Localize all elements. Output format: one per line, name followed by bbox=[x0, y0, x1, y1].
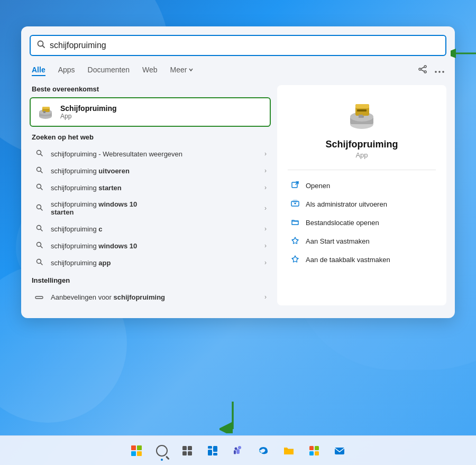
tabs-bar: Alle Apps Documenten Web Meer bbox=[30, 64, 446, 77]
svg-rect-44 bbox=[293, 200, 297, 203]
svg-rect-53 bbox=[208, 450, 212, 455]
action-pin-taskbar[interactable]: Aan de taakbalk vastmaken bbox=[288, 250, 436, 269]
app-big-icon bbox=[345, 98, 379, 134]
search-icon-sm-2 bbox=[34, 166, 44, 175]
tab-meer[interactable]: Meer bbox=[170, 66, 194, 76]
search-icon-sm-3 bbox=[34, 183, 44, 192]
result-text-4: schijfopruiming windows 10starten bbox=[51, 200, 258, 216]
arrow-down-annotation bbox=[219, 402, 246, 435]
best-match-item[interactable]: Schijfopruiming App bbox=[30, 97, 271, 127]
taskbar-explorer[interactable] bbox=[277, 439, 300, 462]
chevron-icon-4: › bbox=[264, 204, 267, 212]
action-open[interactable]: Openen bbox=[288, 176, 436, 195]
web-result-7[interactable]: schijfopruiming app › bbox=[30, 254, 271, 271]
taskbar-store[interactable] bbox=[303, 439, 326, 462]
svg-rect-54 bbox=[213, 446, 217, 452]
folder-icon bbox=[290, 218, 300, 228]
svg-line-29 bbox=[40, 246, 42, 248]
web-result-5[interactable]: schijfopruiming c › bbox=[30, 220, 271, 237]
svg-point-6 bbox=[419, 68, 421, 70]
taskbar-search[interactable] bbox=[150, 439, 173, 462]
tabs-right-icons bbox=[418, 64, 444, 77]
tab-web[interactable]: Web bbox=[142, 66, 158, 76]
left-panel: Beste overeenkomst bbox=[30, 85, 271, 305]
right-actions: Openen Als administrator uitvoeren bbox=[288, 170, 436, 269]
svg-rect-48 bbox=[182, 446, 187, 450]
web-result-4[interactable]: schijfopruiming windows 10starten › bbox=[30, 196, 271, 220]
windows-logo-icon bbox=[131, 445, 142, 456]
svg-point-45 bbox=[295, 203, 296, 204]
svg-rect-55 bbox=[213, 453, 217, 455]
web-result-6[interactable]: schijfopruiming windows 10 › bbox=[30, 237, 271, 254]
svg-point-5 bbox=[424, 71, 426, 73]
svg-point-11 bbox=[442, 71, 444, 73]
svg-rect-51 bbox=[188, 451, 192, 455]
main-content: Beste overeenkomst bbox=[30, 85, 446, 305]
more-options-button[interactable] bbox=[435, 65, 444, 76]
pin-start-icon bbox=[290, 236, 300, 246]
svg-line-8 bbox=[421, 70, 424, 71]
web-results-title: Zoeken op het web bbox=[30, 133, 271, 141]
app-icon-disk bbox=[37, 104, 54, 120]
action-folder[interactable]: Bestandslocatie openen bbox=[288, 213, 436, 232]
taskbar-teams[interactable] bbox=[226, 439, 250, 462]
svg-line-7 bbox=[421, 67, 424, 69]
svg-rect-50 bbox=[182, 451, 187, 455]
chevron-icon-6: › bbox=[264, 242, 267, 249]
web-result-2[interactable]: schijfopruiming uitvoeren › bbox=[30, 162, 271, 179]
action-admin-label: Als administrator uitvoeren bbox=[306, 200, 387, 208]
taskbar-mail[interactable] bbox=[328, 439, 351, 462]
search-icon-sm-4 bbox=[34, 204, 44, 212]
open-icon bbox=[290, 181, 300, 191]
taskbar-start[interactable] bbox=[125, 439, 148, 462]
search-icon-sm-5 bbox=[34, 225, 44, 233]
svg-rect-61 bbox=[315, 451, 319, 455]
svg-rect-40 bbox=[359, 115, 363, 118]
action-admin[interactable]: Als administrator uitvoeren bbox=[288, 195, 436, 213]
share-icon-button[interactable] bbox=[418, 64, 427, 77]
settings-text-1: Aanbevelingen voor schijfopruiming bbox=[51, 293, 258, 301]
settings-icon-1 bbox=[34, 293, 44, 301]
web-result-3[interactable]: schijfopruiming starten › bbox=[30, 179, 271, 196]
svg-line-1 bbox=[43, 46, 45, 48]
taskbar-taskview[interactable] bbox=[176, 439, 199, 462]
search-icon bbox=[37, 40, 45, 51]
search-icon-sm bbox=[34, 150, 44, 158]
svg-rect-59 bbox=[315, 446, 319, 450]
web-result-1[interactable]: schijfopruiming - Webresultaten weergeve… bbox=[30, 145, 271, 162]
action-open-label: Openen bbox=[306, 182, 330, 190]
search-icon-sm-6 bbox=[34, 241, 44, 250]
action-pin-start[interactable]: Aan Start vastmaken bbox=[288, 232, 436, 250]
svg-line-21 bbox=[40, 171, 42, 173]
svg-line-25 bbox=[40, 209, 42, 211]
chevron-icon-1: › bbox=[264, 150, 267, 157]
settings-item-1[interactable]: Aanbevelingen voor schijfopruiming › bbox=[30, 289, 271, 305]
chevron-icon-2: › bbox=[264, 167, 267, 174]
tab-apps[interactable]: Apps bbox=[58, 66, 75, 76]
search-input[interactable] bbox=[50, 41, 439, 50]
settings-chevron-1: › bbox=[264, 293, 267, 301]
store-icon bbox=[308, 445, 320, 457]
chevron-down-icon bbox=[188, 67, 194, 72]
taskbar-edge[interactable] bbox=[252, 439, 275, 462]
chevron-icon-3: › bbox=[264, 184, 267, 191]
svg-rect-52 bbox=[208, 446, 212, 449]
svg-line-23 bbox=[40, 188, 42, 190]
svg-rect-32 bbox=[35, 296, 43, 299]
result-text-1: schijfopruiming - Webresultaten weergeve… bbox=[51, 150, 258, 158]
svg-rect-41 bbox=[292, 182, 297, 188]
search-taskbar-icon bbox=[156, 445, 168, 457]
right-panel: Schijfopruiming App Openen bbox=[277, 85, 446, 305]
action-folder-label: Bestandslocatie openen bbox=[306, 219, 379, 227]
result-text-7: schijfopruiming app bbox=[51, 259, 258, 267]
svg-rect-60 bbox=[309, 451, 314, 455]
result-text-2: schijfopruiming uitvoeren bbox=[51, 167, 258, 175]
taskbar-widgets[interactable] bbox=[201, 439, 224, 462]
app-info: Schijfopruiming App bbox=[60, 104, 117, 120]
svg-point-10 bbox=[438, 71, 441, 73]
result-text-5: schijfopruiming c bbox=[51, 225, 258, 233]
svg-rect-38 bbox=[355, 104, 369, 108]
tab-alle[interactable]: Alle bbox=[32, 66, 45, 76]
tab-documenten[interactable]: Documenten bbox=[88, 66, 130, 76]
search-icon-sm-7 bbox=[34, 258, 44, 267]
